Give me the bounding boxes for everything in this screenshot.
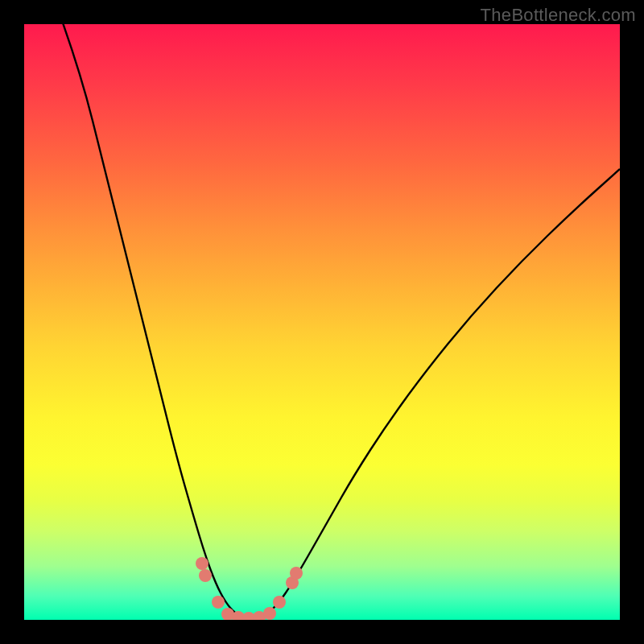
marker-dot	[212, 596, 225, 609]
bottleneck-curve	[60, 24, 620, 618]
marker-group	[196, 557, 303, 620]
outer-frame: TheBottleneck.com	[0, 0, 644, 644]
marker-dot	[196, 557, 208, 570]
plot-area	[24, 24, 620, 620]
marker-dot	[290, 567, 303, 580]
chart-svg	[24, 24, 620, 620]
marker-dot	[263, 607, 276, 620]
marker-dot	[199, 569, 212, 582]
watermark-text: TheBottleneck.com	[481, 5, 636, 26]
marker-dot	[273, 596, 286, 609]
